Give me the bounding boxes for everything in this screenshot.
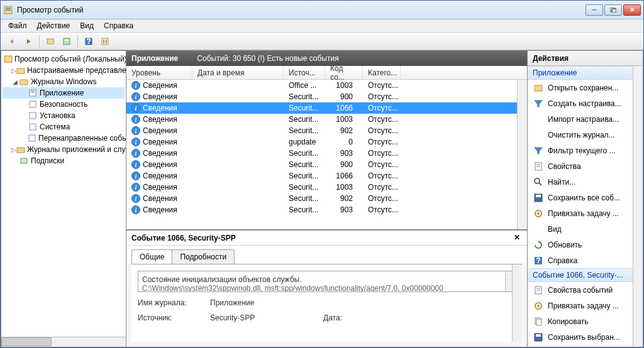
tab-details[interactable]: Подробности — [172, 249, 235, 264]
vertical-scrollbar[interactable] — [512, 264, 522, 342]
svg-rect-10 — [102, 38, 108, 45]
col-datetime[interactable]: Дата и время — [192, 66, 284, 79]
event-row[interactable]: iСведенияSecurit...900Отсутс... — [126, 91, 527, 102]
horizontal-scrollbar[interactable] — [1, 337, 126, 347]
menu-view[interactable]: Вид — [75, 20, 99, 31]
event-row[interactable]: iСведенияOffice ...1003Отсутс... — [126, 80, 527, 91]
tree-subs[interactable]: Подписки — [3, 155, 125, 166]
description-box: Состояние инициализации объектов службы.… — [138, 271, 516, 292]
info-icon: i — [131, 149, 140, 158]
action-item[interactable]: Привязать задачу ... — [528, 205, 643, 221]
info-icon: i — [131, 115, 140, 124]
action-icon — [533, 301, 544, 311]
grid-body: iСведенияOffice ...1003Отсутс...iСведени… — [126, 80, 527, 229]
svg-rect-12 — [106, 40, 107, 43]
vertical-scrollbar[interactable] — [517, 80, 527, 229]
collapse-icon[interactable]: ◢ — [11, 79, 19, 85]
action-icon — [533, 332, 544, 342]
toolbar-btn-3[interactable] — [97, 35, 113, 48]
action-group-app[interactable]: Приложение▲ — [528, 66, 643, 80]
event-row[interactable]: iСведенияSecurit...1003Отсутс... — [126, 182, 527, 193]
back-button[interactable] — [4, 35, 19, 48]
svg-text:?: ? — [86, 37, 91, 46]
action-item[interactable]: ?Справка▶ — [528, 253, 643, 268]
action-item[interactable]: Импорт настраива... — [528, 111, 643, 127]
action-icon — [533, 146, 544, 156]
svg-rect-32 — [536, 195, 541, 197]
toolbar-btn-2[interactable] — [59, 35, 74, 48]
tree-app[interactable]: Приложение — [3, 87, 125, 99]
event-row[interactable]: iСведенияSecurit...902Отсутс... — [126, 193, 527, 204]
svg-rect-19 — [30, 101, 36, 107]
action-item[interactable]: Очистить журнал... — [528, 127, 643, 143]
event-row[interactable]: iСведенияSecurit...1066Отсутс... — [126, 170, 527, 182]
action-icon — [533, 193, 544, 203]
tree-appsvc[interactable]: ▷ Журналы приложений и служб — [3, 144, 125, 155]
menu-file[interactable]: Файл — [3, 20, 32, 31]
event-row[interactable]: iСведенияSecurit...903Отсутс... — [126, 148, 527, 159]
tree-winlogs[interactable]: ◢ Журналы Windows — [3, 76, 125, 87]
event-count: Событий: 30 650 (!) Есть новые события — [197, 54, 338, 63]
tab-general[interactable]: Общие — [131, 249, 172, 264]
detail-close-button[interactable]: ✕ — [512, 233, 522, 243]
action-item[interactable]: Найти... — [528, 174, 643, 190]
actions-panel: Действия Приложение▲Открыть сохранен...С… — [528, 50, 643, 347]
maximize-button[interactable] — [604, 4, 622, 16]
tree-forwarded[interactable]: Перенаправленные события — [3, 133, 125, 144]
event-row[interactable]: iСведенияSecurit...902Отсутс... — [126, 125, 527, 136]
col-level[interactable]: Уровень — [126, 66, 192, 79]
info-icon: i — [131, 81, 140, 90]
col-source[interactable]: Источ... — [284, 66, 325, 79]
svg-rect-24 — [21, 158, 27, 163]
tree-custom[interactable]: ▷ Настраиваемые представления — [3, 65, 125, 76]
action-item[interactable]: Сохранить все соб... — [528, 190, 643, 205]
tool-bar: ? — [1, 33, 643, 50]
col-code[interactable]: Код со... — [325, 66, 363, 79]
action-group-event[interactable]: Событие 1066, Security-...▲ — [528, 268, 643, 282]
col-category[interactable]: Катего... — [363, 66, 401, 79]
action-item[interactable]: Фильтр текущего ... — [528, 143, 643, 158]
action-item[interactable]: Сохранить выбран... — [528, 329, 643, 345]
tree-setup[interactable]: Установка — [3, 110, 125, 121]
event-row[interactable]: iСведенияSecurit...1066Отсутс... — [126, 102, 527, 114]
action-item[interactable]: Вид▶ — [528, 221, 643, 237]
event-row[interactable]: iСведенияgupdate0Отсутс... — [126, 136, 527, 148]
info-icon: i — [131, 138, 140, 146]
event-viewer-icon — [4, 55, 13, 63]
vertical-scrollbar[interactable] — [633, 66, 643, 347]
tree-root[interactable]: Просмотр событий (Локальный) — [3, 53, 125, 65]
tree-system[interactable]: Система — [3, 121, 125, 133]
help-button[interactable]: ? — [81, 35, 96, 48]
tree-security[interactable]: Безопасность — [3, 99, 125, 110]
minimize-button[interactable]: ─ — [586, 4, 603, 16]
svg-rect-6 — [64, 38, 70, 45]
action-item[interactable]: Открыть сохранен... — [528, 80, 643, 95]
action-icon — [533, 161, 544, 171]
forward-button[interactable] — [21, 35, 36, 48]
action-item[interactable]: Создать настраива... — [528, 95, 643, 111]
log-label: Имя журнала: — [138, 298, 210, 307]
action-item[interactable]: Привязать задачу ... — [528, 298, 643, 313]
scrollbar-thumb[interactable] — [1, 337, 52, 346]
menu-action[interactable]: Действие — [32, 20, 75, 31]
info-icon: i — [131, 92, 140, 101]
action-icon — [533, 285, 544, 295]
event-row[interactable]: iСведенияSecurit...1003Отсутс... — [126, 114, 527, 125]
svg-rect-1 — [6, 8, 11, 9]
close-button[interactable]: ✕ — [623, 4, 641, 16]
window-title: Просмотр событий — [17, 6, 584, 14]
action-item[interactable]: Свойства событий — [528, 282, 643, 298]
action-item[interactable]: Копировать▶ — [528, 313, 643, 329]
menu-help[interactable]: Справка — [99, 20, 138, 31]
svg-rect-15 — [20, 80, 28, 85]
event-row[interactable]: iСведенияSecurit...900Отсутс... — [126, 159, 527, 170]
expand-icon[interactable]: ▷ — [11, 67, 16, 74]
source-label: Источник: — [138, 313, 210, 322]
action-item[interactable]: Свойства — [528, 158, 643, 174]
action-item[interactable]: Обновить — [528, 237, 643, 253]
toolbar-btn-1[interactable] — [43, 35, 58, 48]
actions-title: Действия — [528, 51, 643, 66]
expand-icon[interactable]: ▷ — [11, 146, 16, 153]
folder-icon — [19, 77, 29, 86]
event-row[interactable]: iСведенияSecurit...903Отсутс... — [126, 204, 527, 215]
